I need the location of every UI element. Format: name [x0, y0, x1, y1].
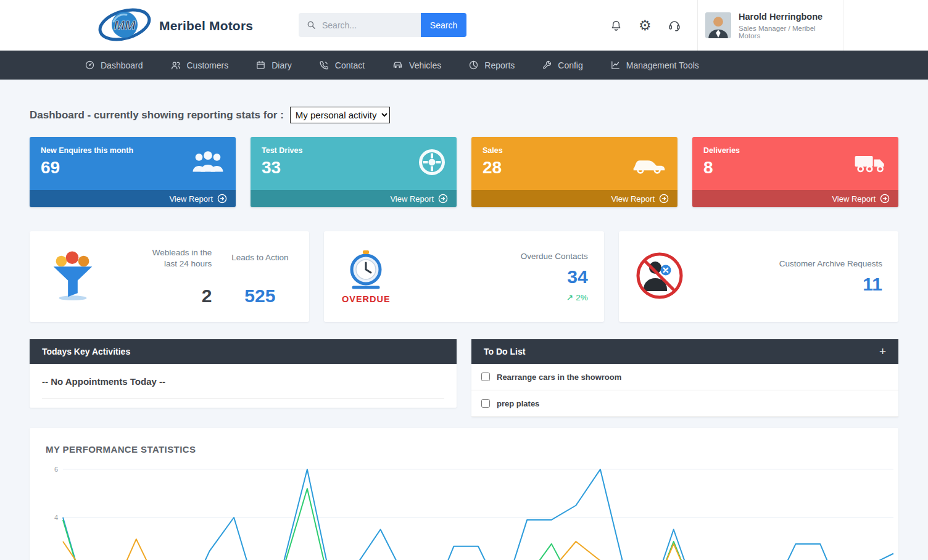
stat-card-deliveries: Deliveries 8 View Report	[692, 137, 898, 207]
leads-to-action-label: Leads to Action	[230, 252, 289, 263]
funnel-icon	[46, 249, 100, 305]
overdue-label: Overdue Contacts	[521, 251, 588, 262]
users-group-icon	[190, 149, 226, 178]
notifications-bell-icon[interactable]	[610, 19, 623, 32]
archive-value: 11	[779, 274, 882, 295]
user-role: Sales Manager / Meribel Motors	[739, 25, 835, 39]
summary-cards-row: Webleads in the last 24 hours 2 Leads to…	[30, 231, 898, 322]
nav-item-diary[interactable]: Diary	[255, 60, 292, 70]
trend-up-icon: ↗	[566, 293, 573, 302]
arrow-circle-icon	[438, 194, 448, 204]
main-nav: Dashboard Customers Diary Contact Vehicl…	[0, 51, 928, 80]
ytick-6: 6	[54, 466, 58, 473]
stat-cards-row: New Enquires this month 69 View Report	[30, 137, 898, 207]
brand-logo[interactable]: MM Meribel Motors	[97, 6, 253, 46]
view-report-link[interactable]: View Report	[471, 190, 677, 207]
search-input[interactable]	[299, 13, 421, 37]
steering-wheel-icon	[417, 147, 447, 179]
truck-icon	[853, 149, 889, 178]
report-scope-select[interactable]: My personal activity	[290, 107, 390, 123]
phone-icon	[319, 60, 329, 70]
view-report-link[interactable]: View Report	[692, 190, 898, 207]
view-report-link[interactable]: View Report	[251, 190, 457, 207]
performance-chart: 6 4	[46, 463, 903, 560]
logo-icon: MM	[97, 6, 152, 46]
search-button[interactable]: Search	[421, 13, 466, 37]
nav-item-contact[interactable]: Contact	[319, 60, 365, 70]
todo-checkbox[interactable]	[481, 373, 490, 381]
stat-card-new-enquiries: New Enquires this month 69 View Report	[30, 137, 236, 207]
top-header: MM Meribel Motors Search ⚙	[0, 0, 928, 51]
overdue-caption: OVERDUE	[340, 294, 392, 304]
nav-item-customers[interactable]: Customers	[170, 60, 229, 71]
view-report-link[interactable]: View Report	[30, 190, 236, 207]
arrow-circle-icon	[217, 194, 227, 204]
no-appointments-message: -- No Appointments Today --	[42, 376, 444, 399]
performance-title: MY PERFORMANCE STATISTICS	[46, 444, 898, 455]
todo-header: To Do List +	[471, 339, 898, 364]
user-name: Harold Herringbone	[739, 12, 835, 22]
search-icon	[306, 20, 317, 33]
wrench-icon	[542, 60, 552, 70]
add-todo-button[interactable]: +	[879, 345, 886, 358]
stat-card-test-drives: Test Drives 33 View Report	[251, 137, 457, 207]
dashboard-icon	[85, 60, 95, 70]
archive-requests-card: Customer Archive Requests 11	[619, 231, 898, 322]
todo-item: Rearrange cars in the showroom	[471, 364, 898, 390]
settings-gear-icon[interactable]: ⚙	[639, 19, 652, 33]
customers-icon	[170, 60, 181, 71]
key-activities-panel: Todays Key Activities -- No Appointments…	[30, 339, 457, 408]
page-title: Dashboard - currently showing reporting …	[30, 109, 284, 121]
global-search: Search	[299, 13, 466, 37]
nav-item-dashboard[interactable]: Dashboard	[85, 60, 143, 70]
todo-panel: To Do List + Rearrange cars in the showr…	[471, 339, 898, 417]
overdue-trend: ↗ 2%	[521, 292, 588, 302]
archive-label: Customer Archive Requests	[779, 258, 882, 270]
nav-item-reports[interactable]: Reports	[468, 60, 515, 70]
overdue-value: 34	[521, 266, 588, 287]
arrow-circle-icon	[659, 194, 669, 204]
support-headset-icon[interactable]	[668, 19, 681, 32]
webleads-card: Webleads in the last 24 hours 2 Leads to…	[30, 231, 309, 322]
calendar-icon	[255, 60, 266, 70]
leads-to-action-value: 525	[230, 286, 289, 307]
nav-item-management-tools[interactable]: Management Tools	[610, 60, 699, 70]
pie-chart-icon	[468, 60, 479, 70]
todo-checkbox[interactable]	[481, 399, 490, 408]
brand-name: Meribel Motors	[159, 19, 253, 33]
overdue-contacts-card: OVERDUE Overdue Contacts 34 ↗ 2%	[324, 231, 603, 322]
ytick-4: 4	[54, 514, 58, 521]
stat-card-sales: Sales 28 View Report	[471, 137, 677, 207]
todo-item: prep plates	[471, 390, 898, 417]
car-side-icon	[631, 149, 668, 178]
chart-line-icon	[610, 60, 621, 70]
webleads-label: Webleads in the last 24 hours	[147, 247, 212, 270]
nav-item-config[interactable]: Config	[542, 60, 582, 70]
overdue-clock-icon: OVERDUE	[340, 250, 392, 304]
car-icon	[392, 59, 404, 71]
user-profile[interactable]: Harold Herringbone Sales Manager / Merib…	[697, 0, 843, 51]
user-avatar	[705, 12, 731, 38]
key-activities-header: Todays Key Activities	[30, 339, 457, 364]
webleads-value: 2	[147, 286, 212, 307]
customer-archive-icon	[635, 251, 684, 303]
nav-item-vehicles[interactable]: Vehicles	[392, 59, 441, 71]
performance-panel: MY PERFORMANCE STATISTICS 6 4	[30, 428, 898, 560]
svg-text:MM: MM	[114, 18, 136, 32]
arrow-circle-icon	[880, 194, 890, 204]
